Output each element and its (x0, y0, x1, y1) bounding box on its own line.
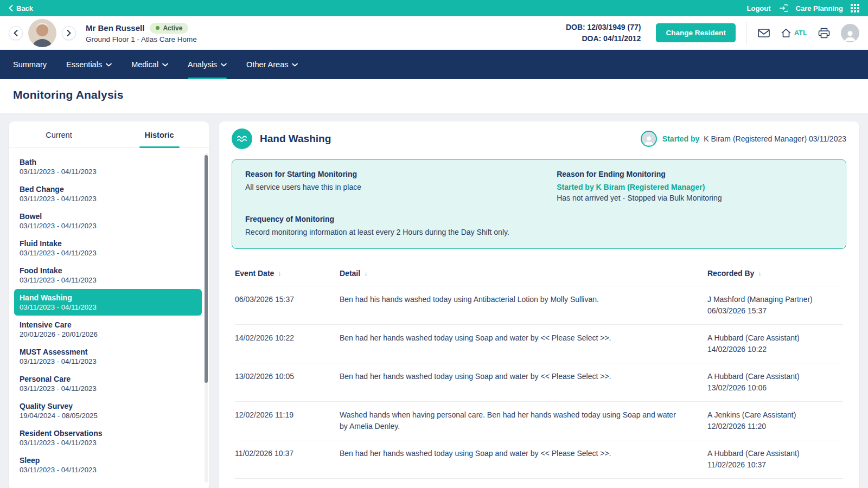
back-label: Back (16, 4, 33, 12)
started-by-avatar (641, 131, 657, 147)
resident-doa: DOA: 04/11/2012 (566, 33, 641, 44)
monitoring-detail-card: Hand Washing Started by K Biram (Registe… (219, 121, 859, 488)
nav-item-label: Summary (13, 60, 47, 69)
event-date-cell: 14/02/2026 10:22 (235, 332, 331, 355)
table-row[interactable]: 12/02/2026 11:19Washed hands when having… (235, 402, 843, 440)
reason-starting-text: All service users have this in place (245, 182, 535, 192)
page-title-bar: Monitoring Analysis (0, 79, 868, 113)
printer-icon[interactable] (818, 28, 830, 38)
list-item[interactable]: Hand Washing03/11/2023 - 04/11/2023 (14, 289, 202, 316)
person-icon (843, 28, 857, 42)
table-row[interactable]: 13/02/2026 10:05Ben had her hands washed… (235, 363, 843, 402)
chevron-left-icon (14, 30, 18, 36)
apps-grid-icon[interactable] (851, 4, 859, 12)
next-resident-button[interactable] (62, 26, 76, 40)
table-row[interactable]: 06/03/2026 15:37Ben had his hands washed… (235, 286, 843, 325)
scrollbar-thumb[interactable] (205, 155, 208, 383)
sidebar-tabs: Current Historic (9, 121, 209, 148)
list-item-name: Bath (20, 158, 196, 166)
list-item-range: 03/11/2023 - 04/11/2023 (20, 357, 196, 365)
tab-historic[interactable]: Historic (109, 121, 209, 147)
header-divider (746, 22, 747, 44)
chevron-right-icon (67, 30, 71, 36)
list-item[interactable]: Intensive Care20/01/2026 - 20/01/2026 (14, 316, 202, 343)
list-item-name: Food Intake (20, 266, 196, 275)
recorded-by-name: J Mashford (Managing Partner) (707, 294, 843, 305)
care-home-button[interactable]: ATL (781, 28, 807, 38)
nav-item-label: Essentials (66, 60, 102, 69)
main-nav: SummaryEssentialsMedicalAnalysisOther Ar… (0, 50, 868, 79)
envelope-icon[interactable] (758, 28, 770, 38)
logout-button[interactable]: Logout (747, 4, 771, 12)
list-item-name: Sleep (20, 456, 196, 465)
monitoring-table: Event Date ↓ Detail ↓ Recorded By ↓ 06/0… (219, 261, 859, 488)
chevron-down-icon (221, 63, 227, 67)
nav-item-essentials[interactable]: Essentials (66, 50, 112, 79)
tab-current[interactable]: Current (9, 121, 109, 147)
nav-item-label: Medical (131, 60, 158, 69)
frequency-block: Frequency of Monitoring Record monitorin… (245, 215, 535, 237)
table-row[interactable]: 14/02/2026 10:22Ben had her hands washed… (235, 325, 843, 363)
resident-name: Mr Ben Russell (86, 23, 144, 33)
change-resident-button[interactable]: Change Resident (656, 23, 735, 42)
table-row[interactable]: 10/02/2026 10:51Ben had her hands washed… (235, 479, 843, 488)
table-row[interactable]: 11/02/2026 10:37Ben had her hands washed… (235, 440, 843, 479)
app-title: Care Planning (796, 4, 843, 12)
home-code-label: ATL (794, 29, 807, 37)
back-button[interactable]: Back (9, 4, 33, 12)
resident-dob: DOB: 12/03/1949 (77) (566, 22, 641, 33)
previous-resident-button[interactable] (9, 26, 23, 40)
header-event-date[interactable]: Event Date ↓ (235, 269, 331, 278)
header-recorded-by[interactable]: Recorded By ↓ (707, 269, 843, 278)
reason-ending-text: Has not arrived yet - Stopped via Bulk M… (557, 192, 833, 203)
list-item-range: 19/04/2024 - 08/05/2025 (20, 412, 196, 420)
resident-dates: DOB: 12/03/1949 (77) DOA: 04/11/2012 (566, 22, 641, 44)
list-item-name: Hand Washing (20, 293, 196, 302)
list-item[interactable]: Resident Observations03/11/2023 - 04/11/… (14, 425, 202, 451)
list-item-range: 03/11/2023 - 04/11/2023 (20, 303, 196, 311)
list-item[interactable]: Personal Care03/11/2023 - 04/11/2023 (14, 370, 202, 397)
header-detail[interactable]: Detail ↓ (340, 269, 699, 278)
nav-item-medical[interactable]: Medical (131, 50, 168, 79)
reason-ending-block: Reason for Ending Monitoring Started by … (557, 170, 833, 204)
list-item[interactable]: Bath03/11/2023 - 04/11/2023 (14, 153, 202, 180)
list-item-range: 03/11/2023 - 04/11/2023 (20, 466, 196, 474)
list-item-range: 03/11/2023 - 04/11/2023 (20, 222, 196, 230)
nav-item-summary[interactable]: Summary (13, 50, 47, 79)
list-item[interactable]: Bowel03/11/2023 - 04/11/2023 (14, 208, 202, 234)
started-by-label: Started by (662, 134, 699, 143)
frequency-title: Frequency of Monitoring (245, 215, 535, 223)
detail-header: Hand Washing Started by K Biram (Registe… (219, 121, 859, 156)
sort-icon: ↓ (364, 269, 368, 277)
list-item-range: 03/11/2023 - 04/11/2023 (20, 276, 196, 284)
recorded-by-cell: A Jenkins (Care Assistant)12/02/2026 11:… (707, 409, 843, 432)
nav-item-label: Other Areas (246, 60, 288, 69)
recorded-by-name: A Jenkins (Care Assistant) (707, 409, 843, 421)
list-item-name: Personal Care (20, 375, 196, 383)
list-item[interactable]: Food Intake03/11/2023 - 04/11/2023 (14, 262, 202, 288)
reason-ending-link[interactable]: Started by K Biram (Registered Manager) (557, 182, 833, 192)
nav-item-analysis[interactable]: Analysis (188, 50, 227, 79)
recorded-by-cell: J Mashford (Managing Partner)06/03/2026 … (707, 294, 843, 317)
list-item[interactable]: Quality Survey19/04/2024 - 08/05/2025 (14, 397, 202, 424)
started-by-value: K Biram (Registered Manager) 03/11/2023 (704, 134, 846, 143)
chevron-down-icon (292, 63, 298, 67)
status-dot-icon (156, 26, 159, 30)
top-bar: Back Logout Care Planning (0, 0, 868, 16)
list-item[interactable]: Sleep03/11/2023 - 04/11/2023 (14, 452, 202, 478)
recorded-by-time: 06/03/2026 15:37 (707, 305, 843, 317)
event-date-cell: 12/02/2026 11:19 (235, 409, 331, 432)
list-item[interactable]: MUST Assessment03/11/2023 - 04/11/2023 (14, 343, 202, 370)
monitoring-list: Bath03/11/2023 - 04/11/2023Bed Change03/… (9, 148, 209, 485)
reason-starting-title: Reason for Starting Monitoring (245, 170, 535, 178)
sort-icon: ↓ (758, 269, 762, 277)
list-item[interactable]: Bed Change03/11/2023 - 04/11/2023 (14, 181, 202, 207)
nav-item-other-areas[interactable]: Other Areas (246, 50, 298, 79)
frequency-text: Record monitoring information at least e… (245, 227, 535, 237)
list-item[interactable]: Fluid Intake03/11/2023 - 04/11/2023 (14, 235, 202, 261)
user-avatar[interactable] (841, 24, 859, 42)
resident-header: Mr Ben Russell Active Ground Floor 1 - A… (0, 16, 868, 50)
list-item-name: Bowel (20, 212, 196, 221)
logout-icon[interactable] (778, 3, 788, 13)
event-date-cell: 06/03/2026 15:37 (235, 294, 331, 317)
